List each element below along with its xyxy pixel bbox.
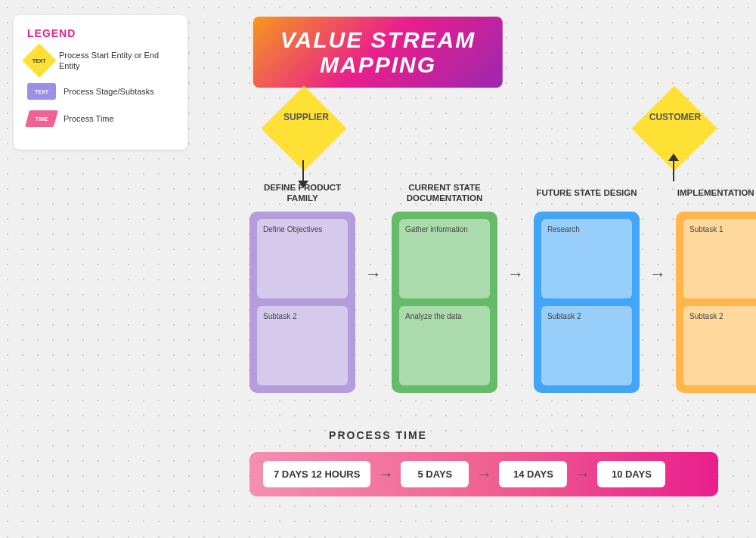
legend-desc-parallelogram: Process Time — [64, 113, 114, 124]
rect-icon: TEXT — [27, 83, 56, 100]
col2-body: Gather information Analyze the data — [392, 212, 497, 393]
col4-body: Subtask 1 Subtask 2 — [676, 212, 756, 393]
time-item-3: 14 DAYS — [499, 461, 567, 487]
col1-body: Define Objectives Subtask 2 — [249, 212, 355, 393]
parallelogram-icon: TIME — [25, 110, 58, 127]
supplier-arrow — [302, 160, 304, 181]
time-item-4: 10 DAYS — [597, 461, 665, 487]
col1-task1: Define Objectives — [257, 219, 348, 298]
customer-arrow — [673, 160, 674, 181]
rect-label-text: TEXT — [35, 89, 48, 94]
time-item-2: 5 DAYS — [401, 461, 469, 487]
main-container: LEGEND TEXT Process Start Entity or End … — [0, 0, 756, 538]
col3-header: FUTURE STATE DESIGN — [536, 181, 637, 206]
arrow-3: → — [649, 264, 667, 284]
process-col-future: FUTURE STATE DESIGN Research Subtask 2 — [534, 181, 640, 393]
title-text: VALUE STREAMMAPPING — [280, 27, 476, 77]
customer-label: CUSTOMER — [634, 112, 717, 122]
col1-task2: Subtask 2 — [257, 306, 348, 385]
legend-title: LEGEND — [27, 27, 174, 39]
parallelogram-label-text: TIME — [36, 116, 48, 122]
time-bar: 7 DAYS 12 HOURS → 5 DAYS → 14 DAYS → 10 … — [249, 452, 718, 496]
col1-header: DEFINE PRODUCT FAMILY — [249, 181, 355, 206]
legend-item-diamond: TEXT Process Start Entity or End Entity — [27, 48, 174, 73]
diamond-label-text: TEXT — [33, 57, 46, 63]
time-arrow-3: → — [575, 465, 590, 483]
col4-header: IMPLEMENTATION PLAN — [677, 181, 756, 206]
time-arrow-2: → — [476, 465, 491, 483]
process-col-define: DEFINE PRODUCT FAMILY Define Objectives … — [249, 181, 355, 393]
col4-task1: Subtask 1 — [683, 219, 756, 298]
process-time-label: PROCESS TIME — [329, 429, 427, 441]
process-area: DEFINE PRODUCT FAMILY Define Objectives … — [249, 181, 756, 393]
diamond-icon: TEXT — [22, 43, 56, 77]
legend-panel: LEGEND TEXT Process Start Entity or End … — [14, 15, 187, 150]
legend-item-rect: TEXT Process Stage/Subtasks — [27, 83, 174, 100]
supplier-diamond — [261, 85, 346, 171]
col3-body: Research Subtask 2 — [534, 212, 640, 393]
arrow-2: → — [507, 264, 525, 284]
legend-item-parallelogram: TIME Process Time — [27, 110, 174, 127]
process-col-implementation: IMPLEMENTATION PLAN Subtask 1 Subtask 2 — [676, 181, 756, 393]
col2-task1: Gather information — [399, 219, 490, 298]
col2-task2: Analyze the data — [399, 306, 490, 385]
supplier-label: SUPPLIER — [257, 112, 355, 122]
arrow-1: → — [364, 264, 383, 284]
time-item-1: 7 DAYS 12 HOURS — [263, 461, 370, 487]
time-arrow-1: → — [378, 465, 393, 483]
legend-desc-diamond: Process Start Entity or End Entity — [59, 50, 174, 72]
col2-header: CURRENT STATE DOCUMENTATION — [392, 181, 497, 206]
col3-task2: Subtask 2 — [541, 306, 632, 385]
title-banner: VALUE STREAMMAPPING — [253, 17, 503, 88]
col4-task2: Subtask 2 — [683, 306, 756, 385]
legend-desc-rect: Process Stage/Subtasks — [64, 86, 154, 97]
col3-task1: Research — [541, 219, 632, 298]
process-col-current: CURRENT STATE DOCUMENTATION Gather infor… — [392, 181, 497, 393]
